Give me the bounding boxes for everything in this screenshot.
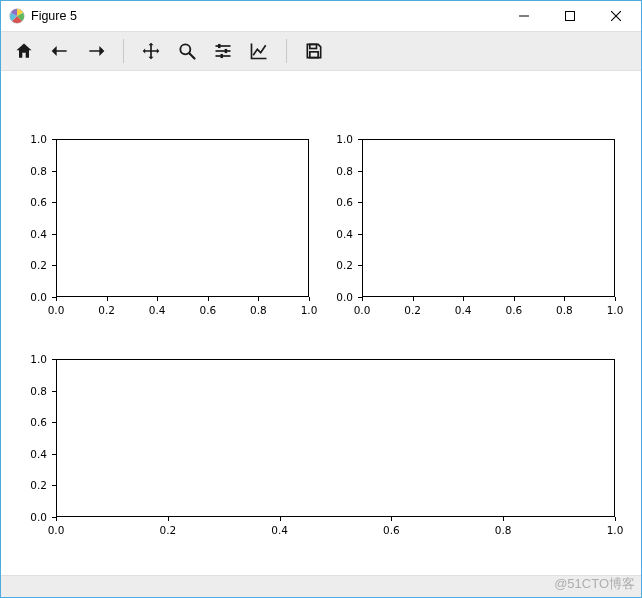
x-tick-mark bbox=[564, 297, 565, 301]
x-tick-mark bbox=[615, 297, 616, 301]
x-tick-mark bbox=[208, 297, 209, 301]
y-tick-mark bbox=[52, 202, 56, 203]
forward-button[interactable] bbox=[79, 35, 113, 67]
x-tick-mark bbox=[107, 297, 108, 301]
axes-frame bbox=[362, 139, 615, 297]
zoom-icon bbox=[177, 41, 197, 61]
window-title: Figure 5 bbox=[31, 9, 77, 23]
subplot-bottom: 0.00.20.40.60.81.00.00.20.40.60.81.0 bbox=[56, 359, 615, 517]
close-button[interactable] bbox=[593, 1, 639, 31]
y-tick-mark bbox=[52, 422, 56, 423]
y-tick-mark bbox=[358, 202, 362, 203]
y-tick-label: 0.8 bbox=[30, 165, 47, 177]
y-tick-mark bbox=[52, 234, 56, 235]
x-tick-mark bbox=[56, 297, 57, 301]
svg-rect-12 bbox=[221, 54, 224, 58]
x-tick-mark bbox=[391, 517, 392, 521]
y-tick-mark bbox=[358, 139, 362, 140]
x-tick-label: 0.4 bbox=[149, 304, 166, 316]
x-tick-label: 0.6 bbox=[199, 304, 216, 316]
y-tick-label: 0.4 bbox=[30, 448, 47, 460]
y-tick-label: 0.4 bbox=[336, 228, 353, 240]
x-tick-mark bbox=[157, 297, 158, 301]
x-tick-mark bbox=[615, 517, 616, 521]
x-tick-label: 1.0 bbox=[301, 304, 318, 316]
x-tick-label: 0.0 bbox=[354, 304, 371, 316]
x-tick-label: 0.6 bbox=[383, 524, 400, 536]
x-tick-label: 0.8 bbox=[556, 304, 573, 316]
y-tick-mark bbox=[358, 171, 362, 172]
sliders-icon bbox=[213, 41, 233, 61]
y-tick-label: 0.8 bbox=[30, 385, 47, 397]
arrow-right-icon bbox=[86, 41, 106, 61]
home-button[interactable] bbox=[7, 35, 41, 67]
x-tick-mark bbox=[503, 517, 504, 521]
y-tick-label: 0.4 bbox=[30, 228, 47, 240]
x-tick-mark bbox=[56, 517, 57, 521]
svg-line-6 bbox=[190, 54, 195, 59]
x-tick-label: 0.2 bbox=[404, 304, 421, 316]
toolbar-separator bbox=[123, 39, 124, 63]
y-tick-label: 1.0 bbox=[30, 133, 47, 145]
y-tick-mark bbox=[52, 171, 56, 172]
y-tick-label: 1.0 bbox=[336, 133, 353, 145]
figure-canvas[interactable]: 0.00.20.40.60.81.00.00.20.40.60.81.0 0.0… bbox=[1, 71, 641, 575]
zoom-button[interactable] bbox=[170, 35, 204, 67]
pan-button[interactable] bbox=[134, 35, 168, 67]
x-tick-label: 0.6 bbox=[505, 304, 522, 316]
minimize-button[interactable] bbox=[501, 1, 547, 31]
y-tick-label: 0.6 bbox=[30, 196, 47, 208]
y-tick-label: 0.0 bbox=[336, 291, 353, 303]
x-tick-label: 0.8 bbox=[250, 304, 267, 316]
svg-rect-14 bbox=[310, 52, 318, 58]
x-tick-label: 0.0 bbox=[48, 304, 65, 316]
y-tick-label: 0.0 bbox=[30, 291, 47, 303]
titlebar: Figure 5 bbox=[1, 1, 641, 31]
y-tick-label: 0.6 bbox=[30, 416, 47, 428]
subplot-top-left: 0.00.20.40.60.81.00.00.20.40.60.81.0 bbox=[56, 139, 309, 297]
back-button[interactable] bbox=[43, 35, 77, 67]
toolbar-separator bbox=[286, 39, 287, 63]
x-tick-label: 0.2 bbox=[98, 304, 115, 316]
x-tick-mark bbox=[514, 297, 515, 301]
arrow-left-icon bbox=[50, 41, 70, 61]
y-tick-mark bbox=[52, 485, 56, 486]
maximize-button[interactable] bbox=[547, 1, 593, 31]
y-tick-label: 0.8 bbox=[336, 165, 353, 177]
x-tick-label: 0.8 bbox=[495, 524, 512, 536]
svg-rect-10 bbox=[225, 49, 228, 53]
y-tick-label: 0.2 bbox=[30, 259, 47, 271]
save-button[interactable] bbox=[297, 35, 331, 67]
x-tick-mark bbox=[362, 297, 363, 301]
status-bar bbox=[1, 575, 641, 597]
chart-line-icon bbox=[249, 41, 269, 61]
axes-frame bbox=[56, 359, 615, 517]
move-icon bbox=[141, 41, 161, 61]
x-tick-mark bbox=[280, 517, 281, 521]
svg-rect-2 bbox=[566, 12, 575, 21]
x-tick-mark bbox=[413, 297, 414, 301]
x-tick-mark bbox=[168, 517, 169, 521]
x-tick-label: 0.2 bbox=[159, 524, 176, 536]
y-tick-mark bbox=[358, 234, 362, 235]
app-icon bbox=[9, 8, 25, 24]
y-tick-label: 1.0 bbox=[30, 353, 47, 365]
x-tick-mark bbox=[309, 297, 310, 301]
svg-rect-13 bbox=[310, 44, 317, 48]
x-tick-label: 0.0 bbox=[48, 524, 65, 536]
x-tick-label: 1.0 bbox=[607, 524, 624, 536]
y-tick-label: 0.2 bbox=[336, 259, 353, 271]
x-tick-label: 0.4 bbox=[455, 304, 472, 316]
edit-axes-button[interactable] bbox=[242, 35, 276, 67]
x-tick-mark bbox=[463, 297, 464, 301]
configure-button[interactable] bbox=[206, 35, 240, 67]
y-tick-mark bbox=[52, 139, 56, 140]
toolbar bbox=[1, 31, 641, 71]
y-tick-label: 0.0 bbox=[30, 511, 47, 523]
x-tick-mark bbox=[258, 297, 259, 301]
y-tick-label: 0.2 bbox=[30, 479, 47, 491]
y-tick-mark bbox=[52, 391, 56, 392]
save-icon bbox=[304, 41, 324, 61]
y-tick-label: 0.6 bbox=[336, 196, 353, 208]
y-tick-mark bbox=[52, 265, 56, 266]
